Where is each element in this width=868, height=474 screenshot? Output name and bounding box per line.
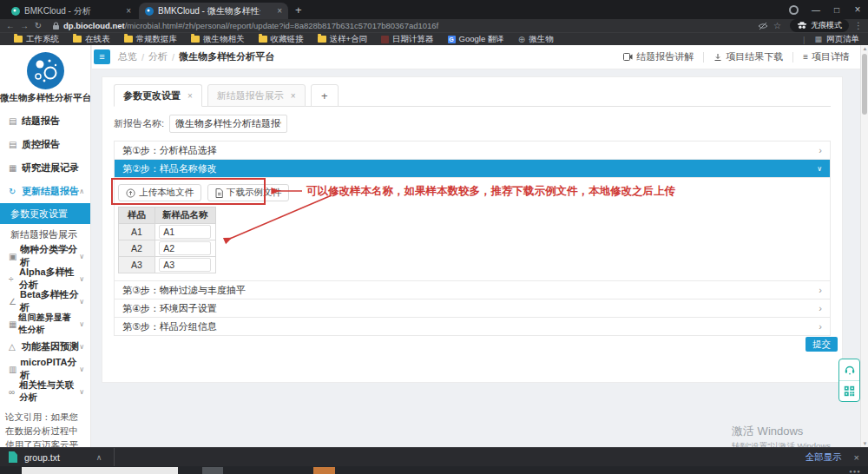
sidebar-item-qc-report[interactable]: ▤质控报告 [0, 133, 91, 156]
sidebar-item-update-report[interactable]: ↻更新结题报告∧ [0, 180, 91, 203]
taskbar-tray-dots: ●●● [849, 469, 861, 474]
customer-service-button[interactable] [839, 359, 859, 380]
bookmark-label: 收藏链接 [271, 34, 304, 45]
downloaded-filename[interactable]: group.txt [24, 452, 60, 463]
submit-button[interactable]: 提交 [806, 337, 838, 352]
button-label: 下载示例文件 [227, 187, 281, 199]
scroll-up-icon[interactable]: ▲ [861, 46, 868, 51]
sidebar-item-final-report[interactable]: ▤结题报告 [0, 109, 91, 133]
tab-label: 参数更改设置 [123, 89, 181, 102]
add-tab-button[interactable]: + [311, 84, 339, 107]
step-label: 第④步：环境因子设置 [122, 302, 217, 315]
qr-code-button[interactable] [839, 380, 859, 402]
bookmark-item[interactable]: 在线表 [73, 34, 110, 45]
new-sample-name-input[interactable] [159, 225, 211, 239]
report-explain-button[interactable]: 结题报告讲解 [623, 50, 694, 63]
browser-tab-inactive[interactable]: BMKCloud - 分析 × [5, 3, 137, 19]
sidebar-item-correlation[interactable]: ∞相关性与关联分析∨ [0, 380, 91, 403]
step-4-env-factor[interactable]: 第④步：环境因子设置› [115, 300, 830, 318]
new-sample-name-input[interactable] [159, 258, 211, 272]
table-row: A3 [119, 257, 216, 273]
bookmark-item[interactable]: ⊕微生物 [518, 34, 554, 45]
downloads-bar-close-icon[interactable]: × [854, 452, 859, 463]
step-3-species-filter[interactable]: 第③步：物种过滤与丰度抽平› [115, 281, 830, 300]
chevron-down-icon: ∨ [79, 388, 84, 396]
header-actions: 结题报告讲解 项目结果下载 ≡ 项目详情 [623, 50, 850, 63]
step-label: 第②步：样品名称修改 [122, 162, 217, 175]
project-result-download-button[interactable]: 项目结果下载 [713, 50, 783, 63]
tab-new-report-display[interactable]: 新结题报告展示× [207, 84, 306, 107]
bookmark-item[interactable]: GGoogle 翻译 [448, 34, 504, 45]
bookmark-item[interactable]: 日期计算器 [381, 34, 434, 45]
bookmark-item[interactable]: 送样+合同 [318, 34, 368, 45]
reading-list-button[interactable]: | ▦ 网页清单 [803, 34, 859, 45]
browser-menu-icon[interactable]: ⋮ [854, 21, 863, 30]
window-minimize-button[interactable]: — [806, 5, 826, 15]
tab-close-icon[interactable]: × [121, 6, 131, 16]
content-card: 参数更改设置× 新结题报告展示× + 新报告名称: 第①步：分析样品选择› 第②… [102, 76, 843, 383]
breadcrumb-analysis[interactable]: 分析 [148, 50, 168, 63]
page-scrollbar[interactable]: ▲ ▼ [860, 45, 868, 447]
sidebar-item-group-difference[interactable]: ▦组间差异显著性分析∨ [0, 313, 91, 335]
eye-off-icon[interactable] [758, 22, 768, 30]
action-label: 结题报告讲解 [636, 50, 694, 63]
window-maximize-button[interactable]: □ [826, 5, 847, 15]
sidebar-item-taxonomy[interactable]: ▣物种分类学分析∨ [0, 245, 91, 267]
step-5-group-info[interactable]: 第⑤步：样品分组信息› [115, 318, 830, 336]
breadcrumb-current: 微生物多样性分析平台 [179, 50, 274, 63]
step-label: 第⑤步：样品分组信息 [122, 320, 217, 333]
chevron-right-icon: › [819, 321, 822, 332]
bookmark-item[interactable]: 收藏链接 [259, 34, 304, 45]
scrollbar-thumb[interactable] [862, 54, 867, 115]
chevron-down-icon: ∨ [79, 298, 84, 306]
correlation-icon: ∞ [9, 387, 19, 397]
sidebar-item-alpha-diversity[interactable]: ÷Alpha多样性分析∨ [0, 267, 91, 290]
tab-close-icon[interactable]: × [187, 91, 193, 101]
tab-parameter-settings[interactable]: 参数更改设置× [114, 84, 202, 107]
scroll-down-icon[interactable]: ▼ [861, 441, 868, 446]
sidebar-subitem-parameter-settings[interactable]: 参数更改设置 [0, 203, 91, 224]
divider [792, 52, 793, 63]
window-close-button[interactable]: × [847, 3, 868, 16]
step-2-sample-rename[interactable]: 第②步：样品名称修改∨ [115, 160, 830, 178]
document-icon: ▤ [9, 140, 22, 149]
sidebar-item-progress-record[interactable]: ▦研究进展记录 [0, 156, 91, 180]
page-header: ≡ 总览/ 分析/ 微生物多样性分析平台 结题报告讲解 项目结果下载 ≡ [92, 45, 860, 69]
windows-taskbar-edge: ●●● [0, 466, 868, 474]
tab-close-icon[interactable]: × [291, 91, 296, 101]
breadcrumb-overview[interactable]: 总览 [118, 50, 137, 63]
bookmark-label: 工作系统 [26, 34, 59, 45]
sidebar-subitem-new-report-display[interactable]: 新结题报告展示 [0, 224, 91, 245]
qr-code-icon [844, 385, 855, 397]
project-detail-button[interactable]: ≡ 项目详情 [803, 50, 850, 63]
menu-toggle-button[interactable]: ≡ [94, 49, 110, 64]
step-1-sample-selection[interactable]: 第①步：分析样品选择› [115, 142, 830, 160]
forward-icon[interactable]: → [17, 21, 31, 30]
show-all-downloads-button[interactable]: 全部显示 [806, 451, 842, 464]
divider: | [803, 35, 805, 44]
breadcrumb-separator: / [141, 52, 144, 63]
sidebar-item-beta-diversity[interactable]: ∠Beta多样性分析∨ [0, 290, 91, 313]
sidebar-item-gene-prediction[interactable]: △功能基因预测∨ [0, 335, 91, 358]
bookmark-item[interactable]: 微生物相关 [191, 34, 245, 45]
tab-close-icon[interactable]: × [272, 6, 282, 16]
translate-icon: G [448, 36, 456, 43]
reload-icon[interactable]: ↻ [31, 21, 45, 30]
upload-local-file-button[interactable]: 上传本地文件 [118, 184, 201, 201]
browser-tab-active[interactable]: BMKCloud - 微生物多样性分析 × [139, 3, 288, 19]
download-options-chevron-icon[interactable]: ∧ [96, 453, 102, 462]
bookmark-item[interactable]: 常规数据库 [124, 34, 178, 45]
new-tab-button[interactable]: + [295, 3, 302, 16]
new-sample-name-input[interactable] [159, 241, 211, 255]
sidebar-item-label: Beta多样性分析 [20, 288, 79, 314]
download-example-file-button[interactable]: 下载示例文件 [207, 184, 289, 201]
bookmark-star-icon[interactable]: ☆ [773, 21, 781, 30]
chevron-down-icon: ∨ [79, 365, 84, 373]
address-bar[interactable]: dp.biocloud.net/microbial.html#/zh/perso… [52, 21, 438, 30]
report-name-input[interactable] [169, 115, 287, 133]
sidebar-item-micropita[interactable]: ▥microPITA分析∨ [0, 358, 91, 380]
back-icon[interactable]: ← [3, 21, 17, 30]
platform-title: 微生物多样性分析平台 [0, 92, 91, 104]
tab-search-icon[interactable] [789, 5, 799, 15]
bookmark-item[interactable]: 工作系统 [14, 34, 59, 45]
